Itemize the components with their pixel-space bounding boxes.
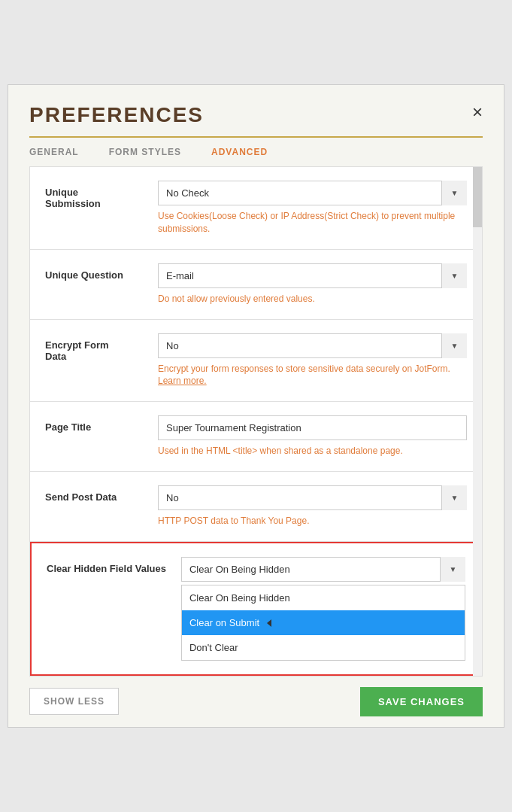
- section-unique-submission: UniqueSubmission No Check Loose Check St…: [30, 167, 482, 250]
- dropdown-item-1[interactable]: Clear on Submit: [182, 610, 465, 635]
- tab-form-styles[interactable]: FORM STYLES: [94, 138, 196, 166]
- modal-title: PREFERENCES: [29, 103, 204, 127]
- select-wrapper-unique-submission: No Check Loose Check Strict Check: [158, 181, 467, 205]
- hint-unique-question: Do not allow previously entered values.: [158, 293, 467, 306]
- hint-send-post: HTTP POST data to Thank You Page.: [158, 515, 467, 528]
- select-encrypt[interactable]: No Yes: [158, 333, 467, 358]
- show-less-button[interactable]: SHOW LESS: [29, 688, 119, 715]
- section-clear-hidden: Clear Hidden Field Values Clear On Being…: [30, 542, 482, 676]
- select-value-clear-hidden: Clear On Being Hidden: [189, 564, 290, 575]
- label-clear-hidden: Clear Hidden Field Values: [47, 557, 166, 574]
- learn-more-link[interactable]: Learn more.: [158, 376, 207, 386]
- hint-unique-submission: Use Cookies(Loose Check) or IP Address(S…: [158, 210, 467, 236]
- label-page-title: Page Title: [45, 415, 143, 433]
- tabs-bar: GENERAL FORM STYLES ADVANCED: [8, 138, 504, 166]
- content-area: UniqueSubmission No Check Loose Check St…: [29, 166, 483, 677]
- select-wrapper-unique-question: E-mail Name: [158, 263, 467, 288]
- tab-advanced[interactable]: ADVANCED: [196, 138, 283, 166]
- section-encrypt-form-data: Encrypt FormData No Yes Encrypt your for…: [30, 320, 482, 403]
- scrollbar-track: [473, 167, 482, 676]
- content-clear-hidden: Clear On Being Hidden Clear On Being Hid…: [181, 557, 465, 661]
- dropdown-list-clear-hidden: Clear On Being Hidden Clear on Submit Do…: [181, 585, 465, 661]
- section-send-post-data: Send Post Data No Yes HTTP POST data to …: [30, 472, 482, 542]
- select-send-post[interactable]: No Yes: [158, 485, 467, 510]
- save-changes-button[interactable]: SAVE CHANGES: [360, 687, 483, 716]
- select-display-clear-hidden[interactable]: Clear On Being Hidden: [181, 557, 465, 582]
- dropdown-item-0[interactable]: Clear On Being Hidden: [182, 585, 465, 610]
- input-page-title[interactable]: [158, 415, 467, 440]
- label-encrypt-form-data: Encrypt FormData: [45, 333, 143, 362]
- content-unique-question: E-mail Name Do not allow previously ente…: [158, 263, 467, 306]
- select-unique-question[interactable]: E-mail Name: [158, 263, 467, 288]
- close-button[interactable]: ×: [472, 103, 483, 121]
- section-page-title: Page Title Used in the HTML <title> when…: [30, 402, 482, 472]
- tab-general[interactable]: GENERAL: [29, 138, 94, 166]
- label-unique-question: Unique Question: [45, 263, 143, 281]
- content-send-post-data: No Yes HTTP POST data to Thank You Page.: [158, 485, 467, 528]
- dropdown-item-2[interactable]: Don't Clear: [182, 635, 465, 660]
- select-wrapper-encrypt: No Yes: [158, 333, 467, 358]
- section-unique-question: Unique Question E-mail Name Do not allow…: [30, 250, 482, 320]
- label-send-post-data: Send Post Data: [45, 485, 143, 503]
- content-page-title: Used in the HTML <title> when shared as …: [158, 415, 467, 458]
- scrollbar-thumb[interactable]: [473, 167, 482, 227]
- content-unique-submission: No Check Loose Check Strict Check Use Co…: [158, 181, 467, 236]
- label-unique-submission: UniqueSubmission: [45, 181, 143, 209]
- select-wrapper-clear-hidden: Clear On Being Hidden: [181, 557, 465, 582]
- modal-footer: SHOW LESS SAVE CHANGES: [8, 677, 504, 727]
- hint-encrypt: Encrypt your form responses to store sen…: [158, 363, 467, 388]
- hint-page-title: Used in the HTML <title> when shared as …: [158, 445, 467, 458]
- preferences-modal: PREFERENCES × GENERAL FORM STYLES ADVANC…: [8, 84, 504, 728]
- modal-header: PREFERENCES ×: [8, 85, 504, 127]
- select-wrapper-send-post: No Yes: [158, 485, 467, 510]
- content-encrypt-form-data: No Yes Encrypt your form responses to st…: [158, 333, 467, 388]
- select-unique-submission[interactable]: No Check Loose Check Strict Check: [158, 181, 467, 205]
